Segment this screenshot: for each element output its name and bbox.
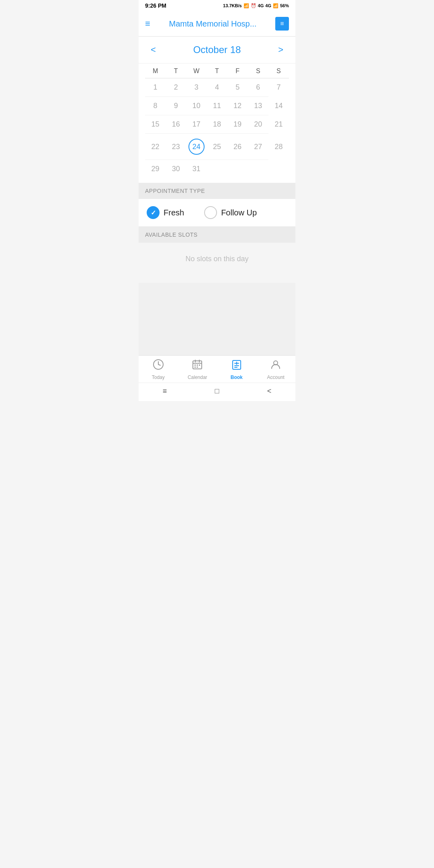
nav-calendar[interactable]: Calendar bbox=[183, 359, 211, 380]
svg-rect-10 bbox=[194, 366, 196, 368]
calendar-day[interactable]: 17 bbox=[186, 115, 207, 134]
menu-icon[interactable]: ≡ bbox=[145, 18, 150, 29]
calendar-day[interactable]: 10 bbox=[186, 97, 207, 115]
svg-rect-11 bbox=[197, 366, 198, 368]
calendar-day[interactable]: 30 bbox=[166, 160, 186, 178]
android-menu-icon[interactable]: ≡ bbox=[163, 387, 167, 395]
account-label: Account bbox=[267, 375, 285, 380]
calendar-week-row: 891011121314 bbox=[145, 97, 289, 115]
weekday-label: S bbox=[268, 63, 289, 78]
no-slots-message: No slots on this day bbox=[139, 243, 295, 275]
svg-rect-7 bbox=[194, 364, 196, 366]
calendar-week-row: 293031 bbox=[145, 160, 289, 178]
status-time: 9:26 PM bbox=[145, 2, 166, 9]
svg-rect-9 bbox=[199, 364, 200, 366]
today-icon bbox=[153, 359, 164, 373]
calendar-day[interactable]: 7 bbox=[268, 78, 289, 97]
calendar-day[interactable]: 20 bbox=[248, 115, 268, 134]
calendar-day[interactable]: 3 bbox=[186, 78, 207, 97]
alarm-icon: ⏰ bbox=[251, 3, 256, 8]
calendar-day[interactable]: 29 bbox=[145, 160, 166, 178]
calendar-day[interactable]: 26 bbox=[227, 134, 248, 160]
svg-rect-8 bbox=[197, 364, 198, 366]
calendar-day[interactable]: 31 bbox=[186, 160, 207, 178]
calendar-day[interactable]: 23 bbox=[166, 134, 186, 160]
calendar-day[interactable]: 25 bbox=[207, 134, 227, 160]
calendar-day[interactable]: 15 bbox=[145, 115, 166, 134]
prev-month-button[interactable]: < bbox=[147, 43, 160, 57]
hospital-name: Mamta Memorial Hosp... bbox=[150, 19, 275, 29]
weekday-label: F bbox=[227, 63, 248, 78]
available-slots-header: AVAILABLE SLOTS bbox=[139, 227, 295, 243]
calendar-day[interactable]: 1 bbox=[145, 78, 166, 97]
calendar-day[interactable]: 13 bbox=[248, 97, 268, 115]
weekday-label: T bbox=[166, 63, 186, 78]
weekday-label: S bbox=[248, 63, 268, 78]
svg-line-2 bbox=[158, 364, 160, 365]
calendar-day[interactable]: 9 bbox=[166, 97, 186, 115]
calendar-day[interactable]: 22 bbox=[145, 134, 166, 160]
calendar-body: 1234567891011121314151617181920212223242… bbox=[145, 78, 289, 178]
calendar-week-row: 22232425262728 bbox=[145, 134, 289, 160]
android-nav-bar: ≡ □ < bbox=[139, 383, 295, 401]
followup-radio-label: Follow Up bbox=[221, 208, 257, 217]
calendar-day[interactable]: 14 bbox=[268, 97, 289, 115]
calendar-day[interactable]: 5 bbox=[227, 78, 248, 97]
appointment-type-header: APPOINTMENT TYPE bbox=[139, 183, 295, 199]
calendar-day[interactable]: 16 bbox=[166, 115, 186, 134]
calendar: MTWTFSS 12345678910111213141516171819202… bbox=[139, 63, 295, 183]
account-icon bbox=[270, 359, 281, 373]
calendar-navigation: < October 18 > bbox=[139, 37, 295, 63]
bottom-navigation: Today Calendar bbox=[139, 355, 295, 383]
calendar-day[interactable]: 28 bbox=[268, 134, 289, 160]
calendar-month-title: October 18 bbox=[193, 44, 241, 55]
book-label: Book bbox=[231, 375, 243, 380]
calendar-icon bbox=[192, 359, 203, 373]
calendar-day[interactable]: 27 bbox=[248, 134, 268, 160]
weekday-label: T bbox=[207, 63, 227, 78]
wifi-icon: 📶 bbox=[273, 3, 278, 8]
fresh-radio-button[interactable] bbox=[147, 206, 160, 219]
appointment-type-section: Fresh Follow Up bbox=[139, 199, 295, 227]
calendar-day[interactable]: 4 bbox=[207, 78, 227, 97]
calendar-day[interactable]: 24 bbox=[186, 134, 207, 160]
calendar-day[interactable]: 19 bbox=[227, 115, 248, 134]
calendar-week-row: 1234567 bbox=[145, 78, 289, 97]
calendar-day[interactable]: 6 bbox=[248, 78, 268, 97]
android-back-icon[interactable]: < bbox=[267, 387, 272, 395]
weekday-header: MTWTFSS bbox=[145, 63, 289, 78]
empty-area bbox=[139, 283, 295, 355]
bluetooth-icon: 📶 bbox=[244, 3, 249, 8]
calendar-day[interactable]: 21 bbox=[268, 115, 289, 134]
calendar-week-row: 15161718192021 bbox=[145, 115, 289, 134]
followup-radio-button[interactable] bbox=[204, 206, 217, 219]
fresh-radio-option[interactable]: Fresh bbox=[147, 206, 184, 219]
nav-today[interactable]: Today bbox=[144, 359, 172, 380]
calendar-label: Calendar bbox=[188, 375, 207, 380]
calendar-day[interactable]: 12 bbox=[227, 97, 248, 115]
calendar-day[interactable]: 2 bbox=[166, 78, 186, 97]
battery-level: 56% bbox=[280, 3, 289, 8]
next-month-button[interactable]: > bbox=[274, 43, 287, 57]
followup-radio-option[interactable]: Follow Up bbox=[204, 206, 257, 219]
calendar-day bbox=[248, 160, 268, 178]
weekday-label: W bbox=[186, 63, 207, 78]
network-speed: 13.7KB/s bbox=[223, 3, 242, 8]
calendar-day bbox=[207, 160, 227, 178]
nav-account[interactable]: Account bbox=[262, 359, 290, 380]
nav-book[interactable]: Book bbox=[223, 359, 251, 380]
calendar-day[interactable]: 18 bbox=[207, 115, 227, 134]
app-header: ≡ Mamta Memorial Hosp... ≡ bbox=[139, 11, 295, 37]
grid-view-icon[interactable]: ≡ bbox=[275, 17, 289, 31]
slots-section: No slots on this day bbox=[139, 243, 295, 283]
calendar-day bbox=[268, 160, 289, 178]
android-home-icon[interactable]: □ bbox=[215, 387, 219, 395]
book-icon bbox=[231, 359, 242, 373]
calendar-day[interactable]: 8 bbox=[145, 97, 166, 115]
calendar-day[interactable]: 11 bbox=[207, 97, 227, 115]
weekday-label: M bbox=[145, 63, 166, 78]
signal-4g-1: 4G bbox=[258, 3, 264, 8]
calendar-grid: MTWTFSS 12345678910111213141516171819202… bbox=[145, 63, 289, 178]
fresh-radio-label: Fresh bbox=[164, 208, 184, 217]
today-label: Today bbox=[152, 375, 165, 380]
